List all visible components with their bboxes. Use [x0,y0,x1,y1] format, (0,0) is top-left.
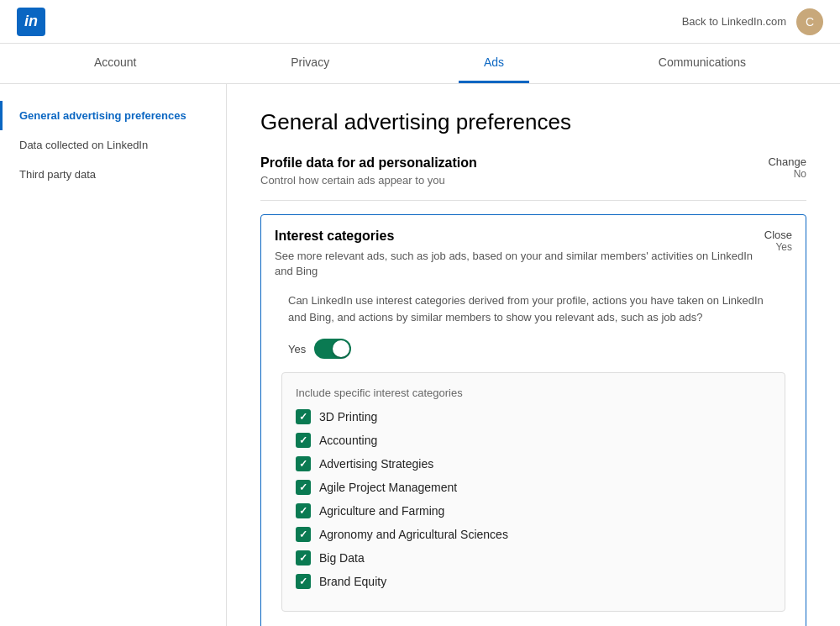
profile-section-header: Profile data for ad personalization Cont… [260,155,806,187]
layout: General advertising preferences Data col… [0,84,840,626]
interest-box-desc: See more relevant ads, such as job ads, … [275,249,764,279]
profile-section-desc: Control how certain ads appear to you [260,174,477,187]
sidebar: General advertising preferences Data col… [0,84,227,626]
category-label: Agile Project Management [319,481,457,494]
top-bar: in Back to LinkedIn.com C [0,0,840,44]
checkbox-brand-equity[interactable] [296,574,311,589]
checkbox-agriculture[interactable] [296,503,311,518]
list-item: 3D Printing [296,409,771,424]
top-bar-right: Back to LinkedIn.com C [682,8,823,35]
category-label: Accounting [319,434,377,447]
nav-tabs: Account Privacy Ads Communications [0,44,840,84]
interest-explanation: Can LinkedIn use interest categories der… [288,292,779,325]
checkbox-accounting[interactable] [296,433,311,448]
categories-box: Include specific interest categories 3D … [281,372,785,612]
main-content: General advertising preferences Profile … [227,84,840,626]
checkbox-advertising-strategies[interactable] [296,456,311,471]
list-item: Agronomy and Agricultural Sciences [296,527,771,542]
tab-account[interactable]: Account [69,44,162,83]
list-item: Agriculture and Farming [296,503,771,518]
checkbox-agronomy[interactable] [296,527,311,542]
sidebar-item-third-party[interactable]: Third party data [0,160,226,189]
profile-section-action[interactable]: Change No [768,155,806,180]
checkbox-big-data[interactable] [296,550,311,566]
sidebar-item-data-collected[interactable]: Data collected on LinkedIn [0,130,226,160]
category-label: Agriculture and Farming [319,504,444,518]
back-to-linkedin-link[interactable]: Back to LinkedIn.com [682,15,786,28]
toggle-knob [333,340,349,357]
interest-box-header: Interest categories See more relevant ad… [275,229,792,279]
categories-label: Include specific interest categories [296,387,771,399]
tab-ads[interactable]: Ads [459,44,529,83]
category-label: Big Data [319,551,365,565]
toggle-row: Yes [288,339,779,359]
list-item: Big Data [296,550,771,566]
interest-box-title: Interest categories [275,229,764,244]
list-item: Agile Project Management [296,480,771,495]
list-item: Advertising Strategies [296,456,771,471]
interest-toggle[interactable] [314,339,351,359]
checkbox-agile[interactable] [296,480,311,495]
tab-communications[interactable]: Communications [633,44,771,83]
category-label: Advertising Strategies [319,457,433,471]
page-title: General advertising preferences [260,109,806,135]
profile-section-title: Profile data for ad personalization [260,155,477,171]
avatar[interactable]: C [796,8,823,35]
toggle-label: Yes [288,343,306,355]
sidebar-item-general[interactable]: General advertising preferences [0,101,226,130]
linkedin-logo: in [17,8,45,36]
category-label: 3D Printing [319,410,377,423]
category-label: Agronomy and Agricultural Sciences [319,528,508,541]
interest-box-text: Interest categories See more relevant ad… [275,229,764,279]
interest-box-close-button[interactable]: Close Yes [764,229,792,253]
profile-section-text: Profile data for ad personalization Cont… [260,155,477,187]
profile-section: Profile data for ad personalization Cont… [260,155,806,201]
category-label: Brand Equity [319,575,386,588]
interest-categories-box: Interest categories See more relevant ad… [260,214,806,626]
list-item: Accounting [296,433,771,448]
checkbox-3d-printing[interactable] [296,409,311,424]
tab-privacy[interactable]: Privacy [265,44,354,83]
list-item: Brand Equity [296,574,771,589]
